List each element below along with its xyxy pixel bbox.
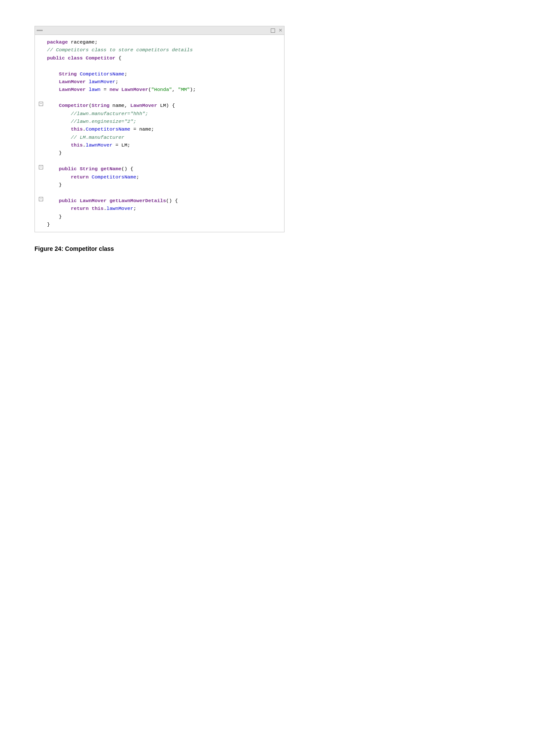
code-line: }	[35, 213, 284, 221]
code-text: }	[47, 213, 284, 221]
code-text: this.lawnMover = LM;	[47, 141, 284, 149]
code-line: − public LawnMover getLawnMowerDetails()…	[35, 197, 284, 205]
code-line: this.CompetitorsName = name;	[35, 125, 284, 133]
code-text: public LawnMover getLawnMowerDetails() {	[47, 197, 284, 205]
code-text: //lawn.enginesize="2";	[47, 118, 284, 125]
code-line: //lawn.enginesize="2";	[35, 118, 284, 125]
code-line: return CompetitorsName;	[35, 173, 284, 181]
code-line: this.lawnMover = LM;	[35, 141, 284, 149]
code-text: LawnMover lawnMover;	[47, 78, 284, 86]
code-text	[47, 157, 284, 165]
code-line: }	[35, 221, 284, 228]
code-text: //lawn.manufacturer="hhh";	[47, 110, 284, 118]
code-line: // Competitors class to store competitor…	[35, 46, 284, 54]
code-line: public class Competitor {	[35, 54, 284, 62]
code-editor: ✕ package racegame; // Competitors class…	[34, 26, 285, 232]
fold-gutter[interactable]: −	[35, 102, 47, 106]
code-line: LawnMover lawn = new LawnMover("Honda", …	[35, 86, 284, 94]
fold-icon[interactable]: −	[39, 197, 43, 201]
code-text: return CompetitorsName;	[47, 173, 284, 181]
code-text: Competitor(String name, LawnMover LM) {	[47, 102, 284, 109]
code-text: this.CompetitorsName = name;	[47, 125, 284, 133]
code-body: package racegame; // Competitors class t…	[35, 35, 284, 232]
code-text	[47, 62, 284, 70]
fold-gutter[interactable]: −	[35, 165, 47, 169]
close-icon: ✕	[278, 28, 282, 33]
code-line	[35, 94, 284, 102]
code-text: // Competitors class to store competitor…	[47, 46, 284, 54]
code-line: //lawn.manufacturer="hhh";	[35, 110, 284, 118]
code-line	[35, 157, 284, 165]
figure-caption: Figure 24: Competitor class	[34, 245, 501, 252]
code-text	[47, 189, 284, 197]
code-text	[47, 94, 284, 102]
code-text: LawnMover lawn = new LawnMover("Honda", …	[47, 86, 284, 94]
code-line: }	[35, 149, 284, 157]
code-line: − public String getName() {	[35, 165, 284, 173]
code-text: }	[47, 221, 284, 228]
code-line: String CompetitorsName;	[35, 70, 284, 78]
code-text: return this.lawnMover;	[47, 205, 284, 212]
code-line	[35, 189, 284, 197]
code-text: public String getName() {	[47, 165, 284, 173]
minimize-icon	[37, 30, 43, 31]
code-text: // LM.manufacturer	[47, 134, 284, 141]
fold-gutter[interactable]: −	[35, 197, 47, 201]
maximize-icon	[271, 28, 275, 33]
code-line: // LM.manufacturer	[35, 134, 284, 141]
code-line: − Competitor(String name, LawnMover LM) …	[35, 102, 284, 109]
fold-icon[interactable]: −	[39, 165, 43, 169]
code-text: public class Competitor {	[47, 54, 284, 62]
code-toolbar: ✕	[35, 26, 284, 35]
code-line: LawnMover lawnMover;	[35, 78, 284, 86]
code-text: package racegame;	[47, 38, 284, 46]
code-line: }	[35, 181, 284, 189]
fold-icon[interactable]: −	[39, 102, 43, 106]
code-text: String CompetitorsName;	[47, 70, 284, 78]
code-line: package racegame;	[35, 38, 284, 46]
code-text: }	[47, 149, 284, 157]
code-line	[35, 62, 284, 70]
code-text: }	[47, 181, 284, 189]
code-line: return this.lawnMover;	[35, 205, 284, 212]
